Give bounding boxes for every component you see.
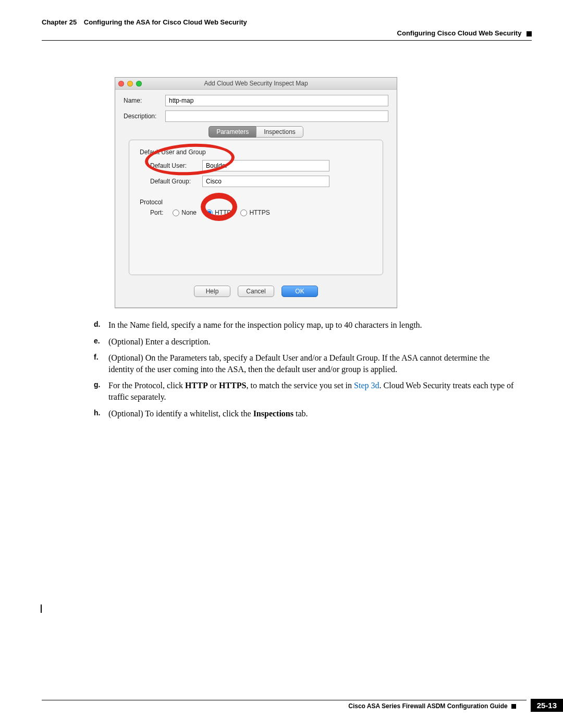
chapter-title: Configuring the ASA for Cisco Cloud Web … bbox=[84, 18, 247, 26]
crop-mark-icon bbox=[41, 604, 42, 613]
page-number: 25-13 bbox=[531, 699, 563, 712]
cancel-button[interactable]: Cancel bbox=[238, 286, 274, 297]
radio-none[interactable]: None bbox=[173, 209, 197, 216]
default-user-input[interactable] bbox=[202, 160, 329, 171]
protocol-heading: Protocol bbox=[140, 199, 372, 206]
step-d-text: In the Name field, specify a name for th… bbox=[108, 319, 516, 331]
footer-guide-title: Cisco ASA Series Firewall ASDM Configura… bbox=[348, 702, 507, 710]
step-h-text: (Optional) To identify a whitelist, clic… bbox=[108, 408, 516, 419]
step-letter: h. bbox=[94, 408, 108, 419]
header-rule bbox=[42, 40, 532, 41]
page-footer: Cisco ASA Series Firewall ASDM Configura… bbox=[42, 700, 563, 710]
default-group-label: Default Group: bbox=[140, 178, 202, 185]
dialog-title: Add Cloud Web Security Inspect Map bbox=[115, 80, 397, 87]
default-group-heading: Default User and Group bbox=[140, 149, 372, 156]
step-letter: d. bbox=[94, 319, 108, 331]
step-list: d. In the Name field, specify a name for… bbox=[94, 319, 516, 419]
square-marker-icon bbox=[511, 704, 516, 709]
port-label: Port: bbox=[150, 209, 163, 216]
tab-bar: Parameters Inspections bbox=[124, 126, 388, 138]
annotation-circle-icon bbox=[144, 142, 236, 178]
step-letter: g. bbox=[94, 380, 108, 402]
step-g-text: For the Protocol, click HTTP or HTTPS, t… bbox=[108, 380, 516, 402]
section-title: Configuring Cisco Cloud Web Security bbox=[397, 29, 522, 37]
name-input[interactable] bbox=[165, 95, 388, 106]
section-header: Configuring Cisco Cloud Web Security bbox=[42, 29, 532, 37]
description-input[interactable] bbox=[165, 110, 388, 122]
square-marker-icon bbox=[527, 31, 532, 36]
tab-parameters[interactable]: Parameters bbox=[209, 126, 256, 138]
page-header: Chapter 25 Configuring the ASA for Cisco… bbox=[42, 18, 532, 26]
step-f-text: (Optional) On the Parameters tab, specif… bbox=[108, 352, 516, 375]
ok-button[interactable]: OK bbox=[282, 286, 318, 297]
step-letter: f. bbox=[94, 352, 108, 375]
description-label: Description: bbox=[124, 113, 165, 120]
step-letter: e. bbox=[94, 336, 108, 348]
radio-http[interactable]: HTTP bbox=[206, 209, 231, 216]
dialog-window: Add Cloud Web Security Inspect Map Name:… bbox=[115, 77, 397, 308]
help-button[interactable]: Help bbox=[194, 286, 230, 297]
title-bar: Add Cloud Web Security Inspect Map bbox=[115, 78, 397, 90]
parameters-panel: Default User and Group Default User: Def… bbox=[129, 140, 383, 275]
radio-https[interactable]: HTTPS bbox=[240, 209, 270, 216]
step-3d-link[interactable]: Step 3d bbox=[354, 381, 379, 390]
default-group-input[interactable] bbox=[202, 176, 329, 187]
default-user-label: Default User: bbox=[140, 162, 202, 169]
step-e-text: (Optional) Enter a description. bbox=[108, 336, 516, 348]
name-label: Name: bbox=[124, 97, 165, 104]
tab-inspections[interactable]: Inspections bbox=[256, 126, 303, 138]
chapter-number: Chapter 25 bbox=[42, 18, 77, 26]
